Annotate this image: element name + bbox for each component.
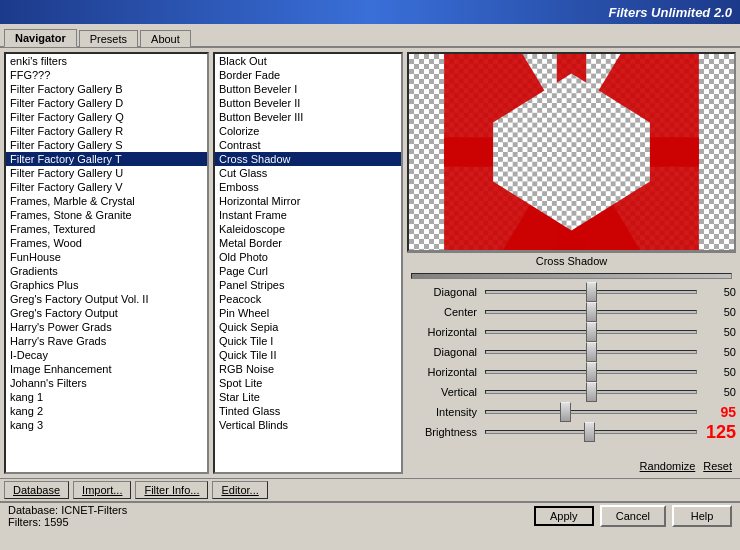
reset-button[interactable]: Reset bbox=[703, 460, 732, 472]
left-list-item[interactable]: Image Enhancement bbox=[6, 362, 207, 376]
left-list-item[interactable]: Filter Factory Gallery B bbox=[6, 82, 207, 96]
middle-list-item[interactable]: Horizontal Mirror bbox=[215, 194, 401, 208]
middle-list-item[interactable]: Border Fade bbox=[215, 68, 401, 82]
middle-list-item[interactable]: Vertical Blinds bbox=[215, 418, 401, 432]
slider-input[interactable] bbox=[485, 330, 697, 334]
right-panel: Cross Shadow Diagonal50Center50Horizonta… bbox=[407, 52, 736, 474]
status-info: Database: ICNET-Filters Filters: 1595 bbox=[8, 504, 127, 528]
middle-list-item[interactable]: Panel Stripes bbox=[215, 278, 401, 292]
middle-list-item[interactable]: Cut Glass bbox=[215, 166, 401, 180]
slider-input[interactable] bbox=[485, 430, 697, 434]
slider-input[interactable] bbox=[485, 390, 697, 394]
main-content: enki's filtersFFG???Filter Factory Galle… bbox=[0, 48, 740, 478]
left-list-item[interactable]: FunHouse bbox=[6, 250, 207, 264]
slider-input[interactable] bbox=[485, 410, 697, 414]
slider-input[interactable] bbox=[485, 370, 697, 374]
middle-list-item[interactable]: Instant Frame bbox=[215, 208, 401, 222]
preview-area bbox=[407, 52, 736, 252]
middle-list-item[interactable]: Peacock bbox=[215, 292, 401, 306]
cancel-button[interactable]: Cancel bbox=[600, 505, 666, 527]
middle-list-item[interactable]: Black Out bbox=[215, 54, 401, 68]
middle-list-item[interactable]: Spot Lite bbox=[215, 376, 401, 390]
left-list-item[interactable]: Harry's Rave Grads bbox=[6, 334, 207, 348]
middle-list-item[interactable]: Cross Shadow bbox=[215, 152, 401, 166]
middle-list-item[interactable]: Contrast bbox=[215, 138, 401, 152]
preview-label: Cross Shadow bbox=[407, 252, 736, 269]
left-list-item[interactable]: kang 2 bbox=[6, 404, 207, 418]
middle-list-scroll[interactable]: Black OutBorder FadeButton Beveler IButt… bbox=[215, 54, 401, 472]
tab-presets[interactable]: Presets bbox=[79, 30, 138, 47]
middle-list-item[interactable]: Page Curl bbox=[215, 264, 401, 278]
middle-list-item[interactable]: RGB Noise bbox=[215, 362, 401, 376]
slider-row: Intensity95 bbox=[407, 403, 736, 421]
slider-input[interactable] bbox=[485, 310, 697, 314]
slider-label: Brightness bbox=[407, 426, 477, 438]
left-list-item[interactable]: FFG??? bbox=[6, 68, 207, 82]
randomize-reset-row: Randomize Reset bbox=[407, 458, 736, 474]
title-bar: Filters Unlimited 2.0 bbox=[0, 0, 740, 24]
left-list-item[interactable]: enki's filters bbox=[6, 54, 207, 68]
left-list-item[interactable]: Greg's Factory Output Vol. II bbox=[6, 292, 207, 306]
import-button[interactable]: Import... bbox=[73, 481, 131, 499]
left-list-item[interactable]: Filter Factory Gallery Q bbox=[6, 110, 207, 124]
tab-about[interactable]: About bbox=[140, 30, 191, 47]
middle-list-item[interactable]: Emboss bbox=[215, 180, 401, 194]
left-list-item[interactable]: Frames, Marble & Crystal bbox=[6, 194, 207, 208]
slider-value: 125 bbox=[701, 422, 736, 443]
middle-list-item[interactable]: Button Beveler III bbox=[215, 110, 401, 124]
database-button[interactable]: Database bbox=[4, 481, 69, 499]
randomize-button[interactable]: Randomize bbox=[640, 460, 696, 472]
sliders-area: Diagonal50Center50Horizontal50Diagonal50… bbox=[407, 283, 736, 454]
middle-list-item[interactable]: Quick Sepia bbox=[215, 320, 401, 334]
middle-list-item[interactable]: Tinted Glass bbox=[215, 404, 401, 418]
left-list-scroll[interactable]: enki's filtersFFG???Filter Factory Galle… bbox=[6, 54, 207, 472]
middle-list-item[interactable]: Button Beveler I bbox=[215, 82, 401, 96]
left-list-item[interactable]: Filter Factory Gallery V bbox=[6, 180, 207, 194]
left-list-item[interactable]: Frames, Wood bbox=[6, 236, 207, 250]
slider-label: Intensity bbox=[407, 406, 477, 418]
slider-label: Diagonal bbox=[407, 286, 477, 298]
slider-value: 50 bbox=[701, 286, 736, 298]
left-list-item[interactable]: kang 3 bbox=[6, 418, 207, 432]
bottom-toolbar: Database Import... Filter Info... Editor… bbox=[0, 478, 740, 501]
left-list-item[interactable]: I-Decay bbox=[6, 348, 207, 362]
left-list-item[interactable]: Filter Factory Gallery S bbox=[6, 138, 207, 152]
left-list-item[interactable]: Frames, Stone & Granite bbox=[6, 208, 207, 222]
progress-bar bbox=[411, 273, 732, 279]
left-list-item[interactable]: Graphics Plus bbox=[6, 278, 207, 292]
left-list-item[interactable]: Harry's Power Grads bbox=[6, 320, 207, 334]
filter-info-button[interactable]: Filter Info... bbox=[135, 481, 208, 499]
middle-list-item[interactable]: Colorize bbox=[215, 124, 401, 138]
middle-list-item[interactable]: Old Photo bbox=[215, 250, 401, 264]
help-button[interactable]: Help bbox=[672, 505, 732, 527]
slider-label: Horizontal bbox=[407, 326, 477, 338]
middle-list-item[interactable]: Quick Tile II bbox=[215, 348, 401, 362]
middle-list-item[interactable]: Metal Border bbox=[215, 236, 401, 250]
slider-row: Brightness125 bbox=[407, 423, 736, 441]
left-list-item[interactable]: Filter Factory Gallery R bbox=[6, 124, 207, 138]
middle-list-item[interactable]: Button Beveler II bbox=[215, 96, 401, 110]
left-list-item[interactable]: Johann's Filters bbox=[6, 376, 207, 390]
middle-list-item[interactable]: Quick Tile I bbox=[215, 334, 401, 348]
left-list-item[interactable]: Filter Factory Gallery T bbox=[6, 152, 207, 166]
slider-value: 50 bbox=[701, 346, 736, 358]
left-list-item[interactable]: Greg's Factory Output bbox=[6, 306, 207, 320]
slider-input[interactable] bbox=[485, 290, 697, 294]
left-list-item[interactable]: Filter Factory Gallery D bbox=[6, 96, 207, 110]
left-list-item[interactable]: Gradients bbox=[6, 264, 207, 278]
middle-list-item[interactable]: Pin Wheel bbox=[215, 306, 401, 320]
app-title: Filters Unlimited 2.0 bbox=[608, 5, 732, 20]
left-list-item[interactable]: kang 1 bbox=[6, 390, 207, 404]
left-list-item[interactable]: Filter Factory Gallery U bbox=[6, 166, 207, 180]
slider-label: Horizontal bbox=[407, 366, 477, 378]
middle-list-item[interactable]: Kaleidoscope bbox=[215, 222, 401, 236]
apply-button[interactable]: Apply bbox=[534, 506, 594, 526]
middle-list-item[interactable]: Star Lite bbox=[215, 390, 401, 404]
slider-input[interactable] bbox=[485, 350, 697, 354]
slider-label: Center bbox=[407, 306, 477, 318]
tab-navigator[interactable]: Navigator bbox=[4, 29, 77, 47]
editor-button[interactable]: Editor... bbox=[212, 481, 267, 499]
slider-value: 50 bbox=[701, 326, 736, 338]
slider-value: 50 bbox=[701, 386, 736, 398]
left-list-item[interactable]: Frames, Textured bbox=[6, 222, 207, 236]
